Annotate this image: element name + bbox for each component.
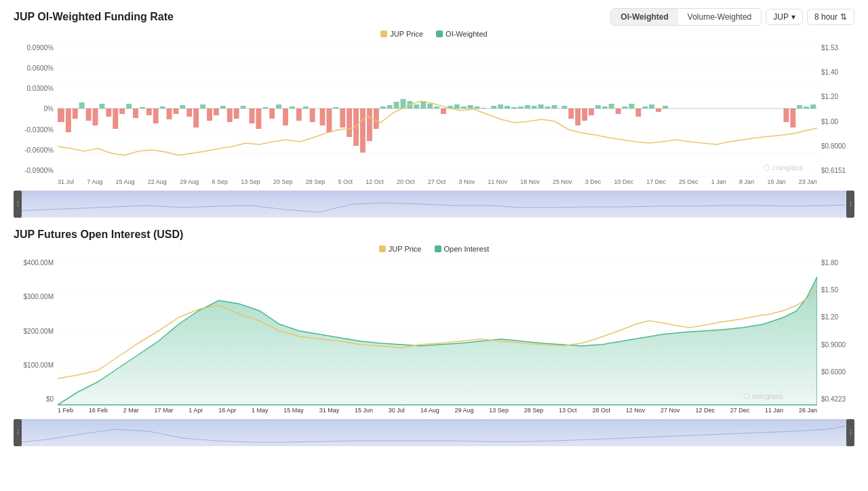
chart1-legend: JUP Price OI-Weighted xyxy=(14,30,854,39)
svg-rect-92 xyxy=(635,109,641,117)
svg-text:⬡ coinglass: ⬡ coinglass xyxy=(743,392,783,400)
svg-rect-50 xyxy=(347,109,352,137)
svg-rect-63 xyxy=(434,106,439,109)
svg-rect-66 xyxy=(454,104,460,109)
svg-rect-15 xyxy=(106,109,111,117)
chart2-x-axis: 1 Feb 16 Feb 2 Mar 17 Mar 1 Apr 16 Apr 1… xyxy=(58,407,817,414)
svg-rect-52 xyxy=(360,109,366,153)
svg-rect-67 xyxy=(461,106,467,109)
svg-rect-89 xyxy=(616,109,621,114)
svg-rect-53 xyxy=(367,109,372,141)
svg-rect-93 xyxy=(642,106,648,109)
svg-marker-109 xyxy=(58,277,817,405)
svg-rect-95 xyxy=(656,109,661,112)
svg-rect-27 xyxy=(186,109,192,117)
svg-rect-98 xyxy=(790,109,795,127)
drag-handle-icon: ⋮ xyxy=(848,429,854,436)
drag-handle-icon: ⋮ xyxy=(15,201,21,208)
chevron-down-icon: ▾ xyxy=(791,12,795,22)
svg-rect-17 xyxy=(119,109,125,114)
jup-price-label: JUP Price xyxy=(390,30,423,38)
svg-rect-38 xyxy=(262,107,268,109)
svg-rect-85 xyxy=(589,109,594,115)
svg-rect-44 xyxy=(303,106,309,109)
svg-rect-13 xyxy=(93,109,98,125)
open-interest-label: Open Interest xyxy=(444,245,490,253)
svg-rect-48 xyxy=(333,107,338,109)
jup-price-label2: JUP Price xyxy=(389,245,422,253)
svg-rect-35 xyxy=(241,106,246,109)
open-interest-dot xyxy=(435,246,441,252)
svg-rect-69 xyxy=(475,106,480,109)
svg-rect-9 xyxy=(66,109,71,132)
nav2-handle-left[interactable]: ⋮ xyxy=(14,419,22,446)
svg-rect-111 xyxy=(14,419,854,446)
svg-rect-88 xyxy=(609,104,614,109)
svg-rect-46 xyxy=(320,109,326,125)
svg-rect-73 xyxy=(505,106,510,109)
svg-rect-12 xyxy=(86,109,92,121)
svg-rect-10 xyxy=(73,109,78,119)
svg-rect-79 xyxy=(545,106,551,109)
svg-rect-43 xyxy=(296,109,302,121)
chart1-y-left: 0.0900% 0.0600% 0.0300% 0% -0.0300% -0.0… xyxy=(14,41,58,177)
svg-rect-19 xyxy=(133,109,138,118)
svg-rect-86 xyxy=(595,105,601,109)
chart2-y-right: $1.80 $1.50 $1.20 $0.9000 $0.6000 $0.422… xyxy=(817,256,854,406)
svg-rect-23 xyxy=(160,106,165,109)
svg-rect-16 xyxy=(113,109,118,129)
svg-rect-103 xyxy=(14,191,854,218)
svg-rect-96 xyxy=(663,106,668,109)
weight-toggle[interactable]: OI-Weighted Volume-Weighted xyxy=(610,8,762,26)
svg-text:⬡ coinglass: ⬡ coinglass xyxy=(764,163,804,172)
svg-rect-20 xyxy=(140,107,145,109)
nav2-handle-right[interactable]: ⋮ xyxy=(846,419,854,446)
svg-rect-84 xyxy=(582,109,587,121)
svg-rect-36 xyxy=(249,109,254,123)
svg-rect-49 xyxy=(340,109,345,127)
svg-rect-78 xyxy=(538,104,544,109)
symbol-select[interactable]: JUP ▾ xyxy=(766,9,803,25)
symbol-label: JUP xyxy=(773,12,789,22)
svg-rect-8 xyxy=(58,109,64,122)
svg-rect-18 xyxy=(126,104,132,109)
nav1-handle-left[interactable]: ⋮ xyxy=(14,191,22,218)
svg-rect-26 xyxy=(180,105,185,109)
svg-rect-21 xyxy=(146,109,152,115)
svg-rect-39 xyxy=(269,109,275,119)
oi-weighted-dot xyxy=(436,31,443,37)
svg-rect-94 xyxy=(649,104,654,109)
svg-rect-72 xyxy=(498,104,503,109)
svg-rect-68 xyxy=(468,105,473,109)
chart2-title: JUP Futures Open Interest (USD) xyxy=(14,229,183,241)
oi-weighted-btn[interactable]: OI-Weighted xyxy=(611,9,677,25)
svg-rect-34 xyxy=(234,109,239,119)
chart2-navigator[interactable]: ⋮ ⋮ xyxy=(14,419,854,446)
interval-select[interactable]: 8 hour ⇅ xyxy=(807,9,854,25)
chart1-title: JUP OI-Weighted Funding Rate xyxy=(14,11,174,23)
svg-rect-82 xyxy=(568,109,574,119)
chart1-wrapper: 0.0900% 0.0600% 0.0300% 0% -0.0300% -0.0… xyxy=(14,41,854,185)
svg-rect-97 xyxy=(783,109,789,122)
oi-weighted-label: OI-Weighted xyxy=(446,30,488,38)
svg-rect-24 xyxy=(167,109,172,119)
chart1-navigator[interactable]: ⋮ ⋮ xyxy=(14,191,854,218)
chart1-svg: ⬡ coinglass xyxy=(58,41,817,177)
svg-rect-60 xyxy=(414,104,419,109)
svg-rect-77 xyxy=(532,106,537,109)
chart2-wrapper: $400.00M $300.00M $200.00M $100.00M $0 xyxy=(14,256,854,414)
volume-weighted-btn[interactable]: Volume-Weighted xyxy=(678,9,762,25)
chart1-y-right: $1.53 $1.40 $1.20 $1.00 $0.8000 $0.6151 xyxy=(817,41,854,177)
chevron-updown-icon: ⇅ xyxy=(840,12,847,22)
svg-rect-33 xyxy=(227,109,233,122)
svg-rect-74 xyxy=(511,107,517,109)
svg-rect-25 xyxy=(173,109,178,114)
svg-rect-56 xyxy=(387,105,393,109)
svg-rect-91 xyxy=(629,104,634,109)
svg-rect-75 xyxy=(518,106,524,109)
nav1-handle-right[interactable]: ⋮ xyxy=(846,191,854,218)
svg-rect-54 xyxy=(374,109,379,129)
svg-rect-71 xyxy=(491,106,496,109)
svg-rect-76 xyxy=(525,105,530,109)
svg-rect-80 xyxy=(551,105,557,109)
